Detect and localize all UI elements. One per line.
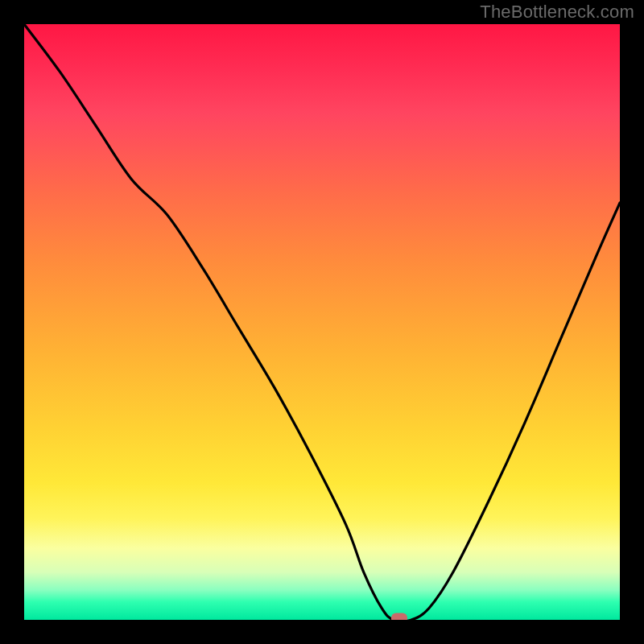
chart-frame	[0, 0, 644, 644]
minimum-marker	[391, 613, 407, 621]
watermark-text: TheBottleneck.com	[480, 2, 634, 23]
plot-area	[24, 24, 620, 620]
curve-svg	[24, 24, 620, 620]
bottleneck-curve	[24, 24, 620, 620]
